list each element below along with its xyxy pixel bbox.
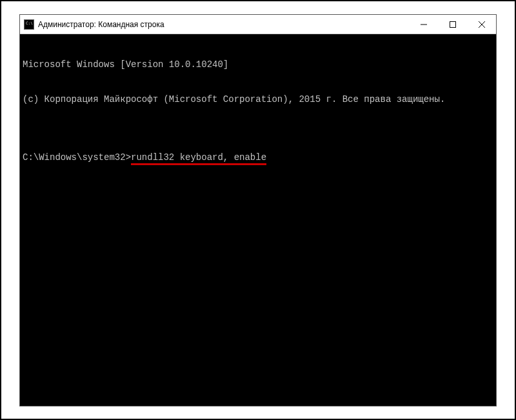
console-output-line: Microsoft Windows [Version 10.0.10240] (23, 59, 493, 70)
prompt-text: C:\Windows\system32> (23, 152, 131, 163)
console-prompt-line: C:\Windows\system32>rundll32 keyboard, e… (23, 152, 493, 163)
window-title: Администратор: Командная строка (38, 20, 164, 29)
close-button[interactable] (467, 15, 496, 34)
highlight-underline (131, 163, 266, 165)
maximize-button[interactable] (438, 15, 467, 34)
console-output-line: (c) Корпорация Майкрософт (Microsoft Cor… (23, 94, 493, 105)
svg-rect-1 (450, 21, 455, 27)
command-input[interactable]: rundll32 keyboard, enable (131, 152, 266, 163)
titlebar-left: Администратор: Командная строка (20, 19, 409, 30)
maximize-icon (450, 21, 456, 28)
console-area[interactable]: Microsoft Windows [Version 10.0.10240] (… (20, 34, 496, 406)
command-prompt-window: Администратор: Командная строка Mic (19, 14, 497, 406)
minimize-button[interactable] (409, 15, 438, 34)
text-cursor (266, 153, 272, 163)
titlebar[interactable]: Администратор: Командная строка (20, 15, 496, 34)
window-controls (409, 15, 496, 34)
close-icon (479, 21, 485, 28)
cmd-icon (24, 19, 34, 30)
command-container: rundll32 keyboard, enable (131, 152, 266, 163)
minimize-icon (421, 21, 427, 28)
